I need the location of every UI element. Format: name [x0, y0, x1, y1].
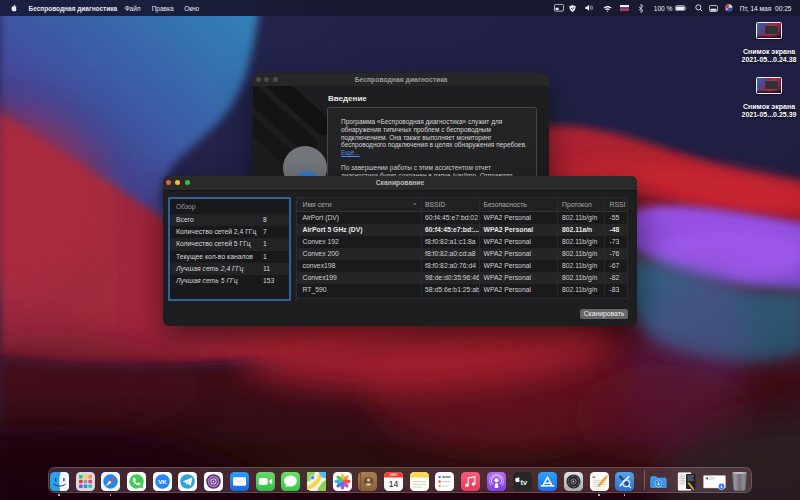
svg-text:VK: VK — [158, 477, 167, 484]
svg-text:МАЯ: МАЯ — [390, 473, 398, 477]
svg-text:14: 14 — [389, 478, 399, 488]
svg-text:tv: tv — [520, 477, 527, 486]
